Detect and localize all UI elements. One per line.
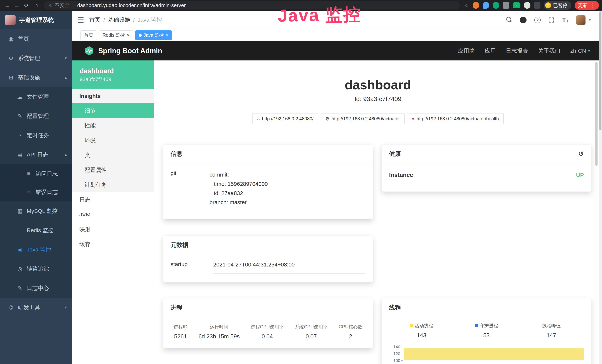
sidebar-item-dev-tools[interactable]: ⌬ 研发工具 ▾	[0, 298, 72, 317]
actuator-url-link[interactable]: ⚙ http://192.168.0.2:48080/actuator	[321, 113, 405, 124]
sba-item-metrics[interactable]: 性能	[72, 118, 154, 133]
sba-nav-applications[interactable]: 应用	[485, 47, 496, 55]
scrollbar-thumb[interactable]	[599, 11, 602, 130]
sidebar-item-trace[interactable]: ◎ 链路追踪	[0, 259, 72, 278]
fullscreen-icon[interactable]	[548, 17, 554, 23]
redis-icon: ≣	[16, 227, 24, 234]
breadcrumb-infrastructure[interactable]: 基础设施	[108, 16, 130, 24]
avatar-caret-icon[interactable]: ▾	[589, 18, 591, 22]
url-text[interactable]: dashboard.yudao.iocoder.cn/infra/admin-s…	[77, 2, 186, 8]
tab-home[interactable]: 首页	[80, 30, 97, 40]
metadata-card-title: 元数据	[171, 241, 188, 249]
log-center-icon: ✎	[16, 285, 24, 291]
close-icon[interactable]: ×	[166, 33, 168, 38]
search-icon[interactable]	[506, 17, 512, 23]
sidebar-item-error-log[interactable]: ≡ 错误日志	[0, 183, 72, 201]
profile-chip[interactable]: 已暂停	[544, 1, 571, 10]
sba-item-caches[interactable]: 缓存	[72, 237, 154, 252]
sidebar-item-label: 文件管理	[27, 93, 49, 101]
sidebar-item-home[interactable]: ◉ 首页	[0, 29, 72, 49]
github-icon[interactable]	[520, 17, 527, 23]
sba-nav-journal[interactable]: 日志报表	[506, 47, 528, 55]
process-card-title: 进程	[171, 304, 183, 312]
sba-item-logs[interactable]: 日志	[72, 192, 154, 207]
sidebar-item-file-mgmt[interactable]: ☁ 文件管理	[0, 87, 72, 107]
sba-logo-icon	[84, 46, 94, 56]
update-button[interactable]: 更新 ⋮	[575, 1, 599, 10]
forward-icon[interactable]: →	[13, 1, 21, 10]
sba-item-environment[interactable]: 环境	[72, 133, 154, 148]
extension-icon-dark[interactable]	[534, 2, 540, 9]
sidebar-item-scheduled-tasks[interactable]: ◔ 定时任务	[0, 126, 72, 145]
extension-icon-gray[interactable]	[503, 2, 509, 9]
instance-header[interactable]: dashboard 93a3fc7f7409	[72, 60, 154, 89]
bookmark-star-icon[interactable]: ☆	[464, 2, 469, 9]
actuator-url-text: http://192.168.0.2:48080/actuator	[332, 116, 400, 121]
update-label: 更新	[578, 2, 588, 9]
app-logo[interactable]: 芋道管理系统	[0, 11, 72, 29]
sidebar-item-log-center[interactable]: ✎ 日志中心	[0, 278, 72, 298]
security-warning-icon: ⚠	[48, 3, 52, 8]
git-id-line: id: 27aa832	[210, 189, 366, 198]
browser-menu-icon[interactable]: ⋮	[590, 2, 596, 9]
health-url-link[interactable]: ♥ http://192.168.0.2:48080/actuator/heal…	[407, 113, 504, 124]
home-icon[interactable]: ⌂	[32, 1, 40, 10]
sidebar-item-api-log[interactable]: ▤ API 日志 ▴	[0, 145, 72, 164]
tab-redis-monitor[interactable]: Redis 监控 ×	[99, 30, 133, 40]
health-card: 健康 ↺ Instance UP	[382, 145, 591, 192]
content-scrollbar[interactable]	[595, 62, 598, 166]
sidebar-item-java-monitor[interactable]: ▣ Java 监控	[0, 240, 72, 259]
sidebar-item-infrastructure[interactable]: ⊞ 基础设施 ▴	[0, 68, 72, 87]
address-bar[interactable]: ⚠ 不安全 dashboard.yudao.iocoder.cn/infra/a…	[44, 1, 460, 10]
extension-icon-leaf[interactable]	[524, 2, 530, 9]
scrollbar[interactable]	[599, 11, 602, 364]
breadcrumb-home[interactable]: 首页	[89, 16, 100, 24]
access-log-icon: ≡	[25, 171, 33, 177]
sidebar-item-mysql-monitor[interactable]: ▦ MySQL 监控	[0, 201, 72, 221]
sidebar-item-system-mgmt[interactable]: ⚙ 系统管理 ▾	[0, 49, 72, 68]
sba-header: Spring Boot Admin 应用墙 应用 日志报表 关于我们 zh-CN…	[72, 41, 602, 60]
chevron-down-icon: ▾	[588, 48, 590, 54]
sba-item-config-props[interactable]: 配置属性	[72, 163, 154, 177]
sidebar-item-redis-monitor[interactable]: ≣ Redis 监控	[0, 221, 72, 240]
info-card-title: 信息	[171, 150, 183, 158]
sidebar-item-access-log[interactable]: ≡ 访问日志	[0, 164, 72, 183]
locale-label: zh-CN	[570, 48, 586, 54]
extension-icon-orange[interactable]	[473, 2, 479, 9]
help-icon[interactable]: ?	[534, 17, 541, 23]
stat-label: 系统CPU使用率	[295, 324, 328, 330]
reload-icon[interactable]: ⟳	[22, 1, 31, 10]
sba-item-classes[interactable]: 类	[72, 148, 154, 163]
hamburger-icon[interactable]: ☰	[72, 16, 89, 24]
extension-icon-green[interactable]	[493, 2, 499, 9]
sba-nav-wallboard[interactable]: 应用墙	[458, 47, 475, 55]
spring-boot-admin: Spring Boot Admin 应用墙 应用 日志报表 关于我们 zh-CN…	[72, 41, 602, 364]
close-icon[interactable]: ×	[127, 33, 129, 38]
sba-item-details[interactable]: 细节	[72, 103, 154, 118]
admin-sidebar: 芋道管理系统 ◉ 首页 ⚙ 系统管理 ▾ ⊞ 基础设施 ▴ ☁ 文件管理 ✎ 配…	[0, 11, 72, 364]
font-size-icon[interactable]: TT	[562, 17, 569, 23]
sba-brand[interactable]: Spring Boot Admin	[84, 46, 162, 56]
sba-nav-about[interactable]: 关于我们	[538, 47, 560, 55]
service-url-link[interactable]: ⌂ http://192.168.0.2:48080/	[252, 113, 318, 124]
sba-item-jvm[interactable]: JVM	[72, 207, 154, 222]
extension-icon-on-switch[interactable]: on	[513, 2, 520, 8]
health-instance-label[interactable]: Instance	[389, 171, 413, 178]
sidebar-item-label: 访问日志	[36, 170, 58, 177]
sba-item-mappings[interactable]: 映射	[72, 222, 154, 237]
sba-item-scheduled[interactable]: 计划任务	[72, 177, 154, 192]
locale-selector[interactable]: zh-CN ▾	[570, 48, 590, 54]
address-divider	[73, 3, 74, 8]
back-icon[interactable]: ←	[3, 1, 11, 10]
extension-icon-blue-drop[interactable]	[483, 2, 489, 9]
profile-chip-label: 已暂停	[553, 2, 568, 9]
chevron-down-icon: ▾	[65, 56, 67, 61]
security-label[interactable]: 不安全	[54, 2, 70, 9]
history-icon[interactable]: ↺	[578, 150, 584, 158]
sidebar-item-config-mgmt[interactable]: ✎ 配置管理	[0, 107, 72, 126]
legend-label: 线程峰值	[542, 323, 561, 329]
avatar[interactable]	[576, 15, 585, 25]
metadata-value: 2021-04-27T00:44:31.254+08:00	[213, 261, 366, 274]
annotation-java-monitor: Java 监控	[278, 3, 362, 28]
tab-java-monitor[interactable]: Java 监控 ×	[135, 30, 172, 40]
